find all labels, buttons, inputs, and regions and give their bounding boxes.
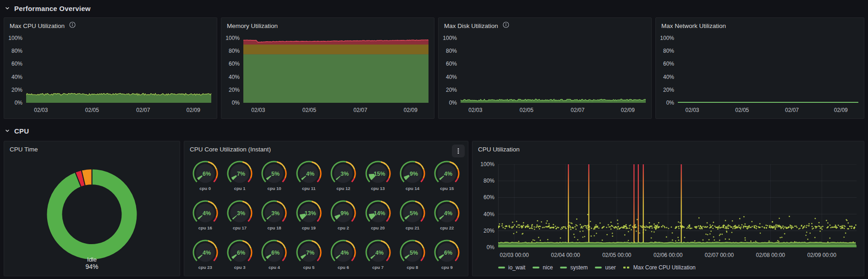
svg-text:7%: 7%	[306, 250, 314, 256]
cpu-core-gauge: 15%cpu 13	[363, 160, 393, 191]
cpu-core-gauge: 9%cpu 2	[328, 200, 358, 230]
gauge-label: cpu 5	[303, 265, 314, 270]
gauge-label: cpu 10	[267, 186, 281, 191]
panel-max-cpu-utilization: Max CPU Utilization 100%80%60%40%20%0% 0…	[4, 17, 217, 119]
legend-swatch	[595, 267, 602, 268]
gauge-label: cpu 11	[302, 186, 316, 191]
x-axis-tick-label: 02/03	[468, 107, 482, 113]
svg-text:4%: 4%	[203, 210, 211, 217]
panel-menu-kebab-icon[interactable]	[452, 145, 465, 157]
y-axis-tick-label: 80%	[4, 48, 22, 54]
legend-item[interactable]: io_wait	[498, 264, 525, 271]
gauge-label: cpu 7	[372, 265, 384, 270]
gauge-label: cpu 20	[371, 225, 385, 230]
svg-text:4%: 4%	[306, 171, 314, 177]
cpu-core-gauge: 4%cpu 6	[328, 239, 358, 270]
section-cpu[interactable]: CPU	[5, 125, 29, 137]
x-axis-tick-label: 02/09	[834, 107, 848, 113]
y-axis-tick-label: 60%	[4, 61, 22, 67]
cpu-core-gauge: 4%cpu 16	[190, 200, 220, 230]
panel-title[interactable]: CPU Time	[10, 146, 38, 153]
legend-item[interactable]: nice	[533, 264, 553, 271]
svg-text:14%: 14%	[374, 210, 385, 217]
x-axis-tick-label: 02/07	[571, 107, 584, 113]
svg-text:9%: 9%	[410, 171, 418, 177]
y-axis-tick-label: 0%	[221, 100, 240, 106]
x-axis-tick-label: 02/05	[302, 107, 316, 113]
svg-text:6%: 6%	[444, 250, 452, 256]
panel-title[interactable]: Max Disk Utilization	[444, 22, 498, 29]
y-axis-tick-label: 0%	[472, 244, 494, 251]
section-performance-overview[interactable]: Performance Overview	[5, 2, 91, 14]
cpu-core-gauge: 6%cpu 4	[259, 239, 289, 270]
gauge-label: cpu 18	[267, 225, 281, 230]
legend-swatch	[498, 267, 505, 268]
x-axis-tick-label: 02/09	[187, 107, 200, 113]
panel-max-disk-utilization: Max Disk Utilization 100%80%60%40%20%0% …	[438, 17, 652, 119]
gauge-label: cpu 9	[441, 265, 453, 270]
max-disk-chart	[461, 38, 646, 103]
cpu-core-gauge: 7%cpu 1	[225, 160, 255, 191]
cpu-core-gauge: 4%cpu 11	[294, 160, 324, 191]
max-network-chart	[678, 38, 858, 103]
x-axis-tick-label: 02/09 00:00	[807, 252, 836, 258]
legend-label: io_wait	[508, 264, 525, 271]
x-axis-tick-label: 02/08 00:00	[756, 252, 785, 258]
y-axis-tick-label: 60%	[439, 61, 457, 67]
y-axis-tick-label: 80%	[439, 48, 457, 54]
svg-text:4%: 4%	[341, 250, 349, 256]
panel-cpu-time: CPU Time Idle 94%	[4, 141, 180, 276]
y-axis-tick-label: 100%	[4, 35, 22, 41]
chart-legend: io_waitnicesystemuserMax Core CPU Utiliz…	[498, 263, 696, 272]
legend-item[interactable]: Max Core CPU Utilization	[623, 264, 696, 271]
y-axis-tick-label: 100%	[221, 35, 240, 41]
y-axis-tick-label: 40%	[472, 211, 494, 218]
y-axis-tick-label: 60%	[221, 61, 240, 67]
panel-title[interactable]: Max CPU Utilization	[10, 22, 65, 29]
y-axis-tick-label: 20%	[221, 87, 240, 93]
legend-item[interactable]: user	[595, 264, 615, 271]
x-axis-tick-label: 02/07	[785, 107, 799, 113]
x-axis-tick-label: 02/03	[34, 107, 48, 113]
y-axis-tick-label: 0%	[656, 100, 674, 106]
panel-title[interactable]: Max Network Utilization	[661, 22, 726, 29]
panel-max-network-utilization: Max Network Utilization 100%80%60%40%20%…	[655, 17, 864, 119]
y-axis-tick-label: 40%	[656, 74, 674, 80]
section-title: CPU	[14, 127, 29, 135]
y-axis-tick-label: 20%	[4, 87, 22, 93]
legend-label: nice	[543, 264, 553, 271]
info-icon[interactable]	[503, 22, 509, 30]
panel-memory-utilization: Memory Utilization 100%80%60%40%20%0% 02…	[221, 17, 434, 119]
cpu-core-gauge: 3%cpu 12	[328, 160, 358, 191]
y-axis-tick-label: 60%	[656, 61, 674, 67]
svg-text:4%: 4%	[444, 171, 452, 177]
x-axis-tick-label: 02/03	[686, 107, 699, 113]
legend-swatch	[560, 267, 567, 268]
y-axis-tick-label: 100%	[656, 35, 674, 41]
gauge-label: cpu 1	[234, 186, 246, 191]
svg-text:6%: 6%	[203, 171, 211, 177]
cpu-core-gauge: 6%cpu 3	[225, 239, 255, 270]
info-icon[interactable]	[69, 22, 76, 30]
gauge-label: cpu 13	[371, 186, 385, 191]
section-title: Performance Overview	[14, 5, 91, 12]
svg-text:5%: 5%	[410, 250, 418, 256]
gauge-label: cpu 12	[336, 186, 350, 191]
x-axis-tick-label: 02/07	[136, 107, 150, 113]
svg-text:3%: 3%	[341, 171, 349, 177]
memory-chart	[243, 38, 429, 103]
panel-title[interactable]: CPU Core Utilization (Instant)	[190, 146, 271, 153]
panel-title[interactable]: Memory Utilization	[227, 22, 278, 29]
panel-title[interactable]: CPU Utilization	[478, 146, 520, 153]
cpu-core-gauge: 7%cpu 5	[294, 239, 324, 270]
cpu-core-gauge: 5%cpu 21	[397, 200, 428, 230]
svg-text:7%: 7%	[237, 171, 245, 177]
svg-text:3%: 3%	[271, 210, 280, 217]
y-axis-tick-label: 0%	[4, 100, 22, 106]
svg-text:5%: 5%	[271, 171, 280, 177]
y-axis-tick-label: 40%	[221, 74, 240, 80]
donut-label: Idle 94%	[65, 256, 120, 270]
gauge-label: cpu 19	[302, 225, 316, 230]
legend-item[interactable]: system	[560, 264, 588, 271]
cpu-core-gauge: 13%cpu 19	[294, 200, 324, 230]
